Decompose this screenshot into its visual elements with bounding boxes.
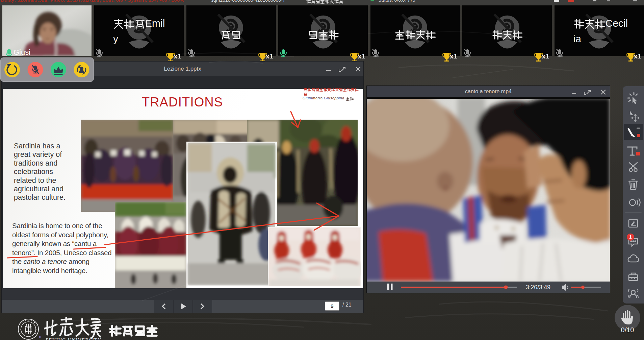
svg-text:3:26/3:49: 3:26/3:49 xyxy=(526,284,550,291)
